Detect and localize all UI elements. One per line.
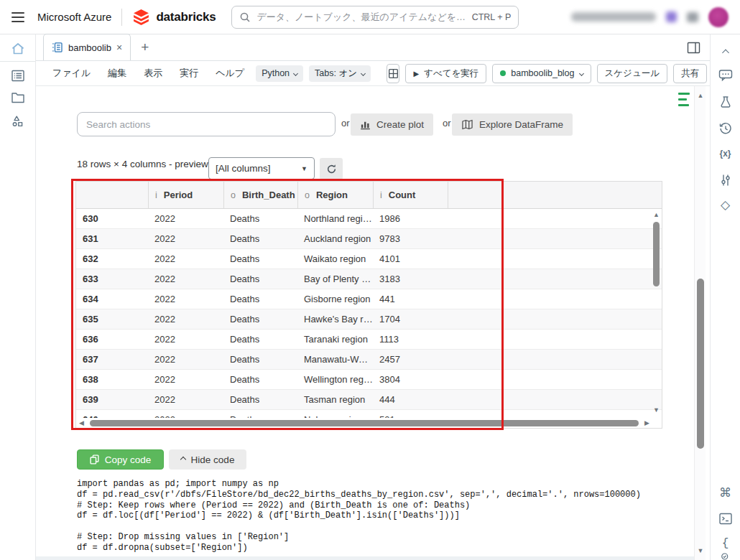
share-button[interactable]: 共有 — [673, 64, 707, 83]
table-vertical-scrollbar[interactable]: ▲ ▼ — [651, 209, 662, 418]
cell-period: 2022 — [148, 253, 223, 264]
next-cell-edge — [36, 556, 694, 560]
workspace-selector-redacted[interactable] — [571, 12, 656, 22]
new-tab-button[interactable]: + — [141, 39, 149, 55]
cell-count: 3804 — [373, 374, 448, 385]
table-row: 638 2022 Deaths Wellington region 3804 — [76, 370, 662, 390]
cell-birth-death: Deaths — [223, 374, 297, 385]
scroll-left-icon[interactable]: ◀ — [79, 419, 84, 426]
search-icon — [239, 11, 251, 23]
table-row: 636 2022 Deaths Taranaki region 1113 — [76, 330, 662, 350]
tabs-toggle-label: Tabs: オン — [315, 67, 357, 80]
tabs-toggle[interactable]: Tabs: オン — [309, 65, 371, 82]
tab-close-icon[interactable]: × — [116, 42, 122, 53]
table-row: 633 2022 Deaths Bay of Plenty reg... 318… — [76, 269, 662, 289]
or-label: or — [443, 118, 451, 129]
databricks-notebook-window: Microsoft Azure databricks データ、ノートブック、最近… — [0, 0, 740, 560]
cell-region: Wellington region — [297, 374, 373, 385]
code-line: # Step: Keep rows where (Period == 2022)… — [77, 500, 689, 511]
dashboard-grid-button[interactable] — [387, 64, 399, 83]
table-horizontal-scrollbar[interactable]: ◀ ▶ — [76, 418, 652, 429]
cell-period: 2022 — [148, 334, 223, 345]
row-index: 632 — [76, 253, 148, 264]
table-row: 635 2022 Deaths Hawke's Bay regi... 1704 — [76, 309, 662, 330]
scroll-up-icon[interactable]: ▲ — [651, 211, 662, 218]
toggle-panel-icon[interactable] — [687, 42, 700, 54]
tab-label: bamboolib — [68, 42, 111, 53]
settings-sliders-icon[interactable] — [720, 174, 731, 187]
cell-count: 441 — [373, 294, 448, 304]
refresh-button[interactable] — [320, 158, 343, 179]
keyboard-shortcuts-icon[interactable]: ⌘ — [719, 487, 731, 499]
cell-region: Tasman region — [297, 394, 373, 405]
scroll-down-icon[interactable]: ▼ — [695, 547, 706, 554]
settings-icon-redacted[interactable] — [687, 12, 698, 22]
brand-name: databricks — [156, 10, 216, 24]
global-search-input[interactable]: データ、ノートブック、最近のアイテムなどを検... CTRL + P — [231, 6, 519, 29]
language-selector[interactable]: Python — [256, 65, 303, 82]
vertical-scroll-thumb[interactable] — [653, 222, 660, 286]
experiments-flask-icon[interactable] — [719, 95, 732, 108]
create-plot-button[interactable]: Create plot — [351, 113, 433, 136]
table-row: 640 2022 Deaths Nelson region 531 — [76, 410, 662, 418]
notebook-scrollbar[interactable]: ▲ ▼ — [694, 86, 706, 560]
cell-birth-death: Deaths — [223, 274, 297, 284]
cell-birth-death: Deaths — [223, 253, 297, 264]
divider — [0, 61, 35, 62]
databricks-brand[interactable]: databricks — [132, 9, 216, 25]
run-all-button[interactable]: ▶ すべてを実行 — [405, 64, 486, 83]
schedule-button[interactable]: スケジュール — [597, 64, 667, 83]
language-label: Python — [262, 68, 290, 78]
terminal-icon[interactable] — [718, 513, 732, 525]
table-body: 630 2022 Deaths Northland region 1986 63… — [76, 209, 662, 418]
table-row: 637 2022 Deaths Manawatu-Wang... 2457 — [76, 350, 662, 370]
copy-code-button[interactable]: Copy code — [77, 449, 164, 470]
cell-period: 2022 — [148, 233, 223, 244]
widget-menu-icon[interactable] — [678, 93, 691, 110]
explore-dataframe-button[interactable]: Explore DataFrame — [452, 113, 573, 136]
table-row: 634 2022 Deaths Gisborne region 441 — [76, 289, 662, 309]
folder-icon[interactable] — [11, 92, 24, 103]
chevron-down-icon — [578, 70, 583, 75]
assistant-sparkle-icon[interactable]: ◇ — [721, 199, 730, 211]
column-filter-value: [All columns] — [216, 163, 271, 174]
scroll-up-icon[interactable]: ▲ — [695, 92, 706, 99]
topbar-right — [571, 7, 729, 27]
shapes-icon[interactable] — [11, 115, 24, 128]
hamburger-menu-icon[interactable] — [11, 12, 24, 22]
notification-icon-redacted[interactable] — [666, 11, 677, 22]
row-index: 634 — [76, 294, 148, 304]
cell-count: 1113 — [373, 334, 448, 345]
column-filter-select[interactable]: [All columns] ▼ — [208, 157, 315, 179]
cluster-selector[interactable]: bamboolib_blog — [492, 64, 591, 83]
cell-count: 2457 — [373, 354, 448, 365]
page-scroll-thumb[interactable] — [697, 279, 704, 449]
home-icon[interactable] — [11, 42, 25, 55]
notebook-content: or Create plot or Explore DataFrame — [36, 86, 694, 560]
workspace-list-icon[interactable] — [11, 70, 24, 82]
comments-icon[interactable] — [718, 69, 733, 82]
header-region: o Region — [297, 182, 373, 208]
menu-edit[interactable]: 編集 — [102, 67, 132, 80]
format-code-check-icon[interactable]: { — [718, 537, 733, 560]
code-line: df = pd.read_csv(r'/dbfs/FileStore/bd_de… — [77, 490, 689, 500]
menu-view[interactable]: 表示 — [138, 67, 168, 80]
hide-code-button[interactable]: Hide code — [169, 449, 246, 470]
menu-file[interactable]: ファイル — [47, 67, 96, 80]
search-actions-input[interactable] — [77, 112, 336, 136]
variable-explorer-icon[interactable]: {x} — [719, 149, 731, 158]
copy-code-label: Copy code — [105, 454, 152, 465]
menu-run[interactable]: 実行 — [174, 67, 204, 80]
code-line — [77, 521, 689, 532]
menu-help[interactable]: ヘルプ — [210, 67, 250, 80]
cell-period: 2022 — [148, 294, 223, 304]
scroll-down-icon[interactable]: ▼ — [651, 406, 662, 414]
collapse-panel-icon[interactable] — [723, 46, 728, 57]
scroll-right-icon[interactable]: ▶ — [644, 419, 649, 426]
tab-bamboolib[interactable]: bamboolib × — [43, 34, 131, 60]
horizontal-scroll-thumb[interactable] — [90, 420, 639, 426]
code-line: df = df.dropna(subset=['Region']) — [77, 543, 689, 554]
user-avatar[interactable] — [708, 7, 729, 27]
revision-history-icon[interactable] — [718, 122, 732, 135]
table-row: 631 2022 Deaths Auckland region 9783 — [76, 229, 662, 249]
